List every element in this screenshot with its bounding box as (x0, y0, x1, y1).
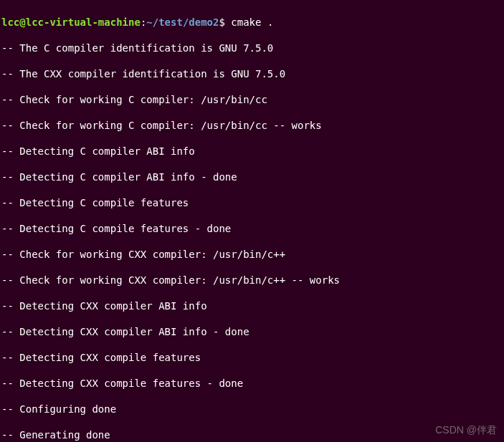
output-line: -- Check for working C compiler: /usr/bi… (1, 119, 503, 132)
watermark: CSDN @伴君 (435, 423, 497, 436)
prompt-user: lcc@lcc-virtual-machine (1, 16, 141, 28)
output-line: -- Check for working C compiler: /usr/bi… (1, 93, 503, 106)
output-line: -- Detecting C compile features - done (1, 222, 503, 235)
prompt-path: ~/test/demo2 (146, 16, 219, 28)
prompt-dollar: $ (219, 16, 224, 28)
terminal-output[interactable]: lcc@lcc-virtual-machine:~/test/demo2$ cm… (1, 3, 503, 442)
prompt-line: lcc@lcc-virtual-machine:~/test/demo2$ cm… (1, 16, 503, 29)
output-line: -- Check for working CXX compiler: /usr/… (1, 248, 503, 261)
output-line: -- Configuring done (1, 403, 503, 415)
output-line: -- Detecting CXX compiler ABI info - don… (1, 325, 503, 338)
output-line: -- Detecting C compiler ABI info (1, 145, 503, 158)
output-line: -- Detecting CXX compile features (1, 351, 503, 364)
output-line: -- Generating done (1, 428, 503, 441)
command-input: cmake . (225, 16, 273, 28)
output-line: -- The C compiler identification is GNU … (1, 42, 503, 54)
output-line: -- Detecting CXX compile features - done (1, 377, 503, 390)
output-line: -- Detecting C compiler ABI info - done (1, 170, 503, 183)
output-line: -- Detecting C compile features (1, 196, 503, 209)
output-line: -- Detecting CXX compiler ABI info (1, 299, 503, 312)
output-line: -- Check for working CXX compiler: /usr/… (1, 274, 503, 287)
output-line: -- The CXX compiler identification is GN… (1, 67, 503, 80)
